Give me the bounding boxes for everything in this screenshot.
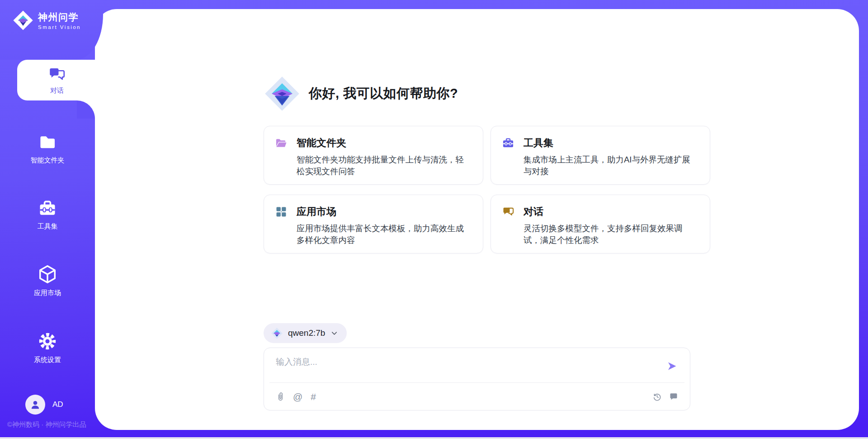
greeting-section: 你好, 我可以如何帮助你? [264,75,690,112]
cube-icon [37,264,58,285]
sidebar-item-label: 对话 [50,86,64,95]
composer-toolbar: @ # [264,383,690,410]
history-icon[interactable] [652,392,662,401]
sidebar-item-toolset[interactable]: 工具集 [0,198,95,231]
tab-fillet [77,100,95,119]
logo-block: 神州问学 Smart Vision [0,0,103,60]
grid-icon [275,205,288,218]
sidebar-item-label: 应用市场 [34,289,61,297]
folder-icon [38,132,57,152]
card-title: 应用市场 [297,205,336,219]
user-profile[interactable]: AD [25,395,63,415]
card-smart-folder[interactable]: 智能文件夹 智能文件夹功能支持批量文件上传与清洗，轻松实现文件问答 [264,126,483,185]
feedback-icon[interactable] [669,392,678,401]
person-icon [29,399,41,410]
mention-icon[interactable]: @ [293,392,302,401]
card-chat[interactable]: 对话 灵活切换多模型文件，支持多样回复效果调试，满足个性化需求 [491,195,710,253]
app-subtitle: Smart Vision [38,24,81,30]
model-diamond-icon [271,327,283,339]
sidebar-item-label: 智能文件夹 [31,156,65,165]
chat-bubbles-icon [502,205,514,218]
bottom-strip [0,437,868,439]
sidebar-item-app-market[interactable]: 应用市场 [0,264,95,297]
sidebar-item-chat[interactable]: 对话 [17,60,97,100]
sidebar-footer: ©神州数码 · 神州问学出品 [7,420,86,429]
briefcase-icon [38,198,57,218]
model-selector[interactable]: qwen2:7b [264,323,347,343]
card-description: 集成市场上主流工具，助力AI与外界无缝扩展与对接 [524,154,698,178]
card-app-market[interactable]: 应用市场 应用市场提供丰富长文本模板，助力高效生成多样化文章内容 [264,195,483,253]
card-toolset[interactable]: 工具集 集成市场上主流工具，助力AI与外界无缝扩展与对接 [491,126,710,185]
model-name: qwen2:7b [288,328,325,338]
app-logo-icon [13,10,33,31]
avatar [25,395,45,415]
user-initials: AD [52,400,63,409]
card-title: 工具集 [524,136,553,150]
attachment-icon[interactable] [276,391,285,401]
model-selector-row: qwen2:7b [264,323,690,343]
card-title: 对话 [524,205,543,219]
sidebar-item-smart-folder[interactable]: 智能文件夹 [0,132,95,165]
gear-icon [37,331,58,352]
chat-icon [47,66,66,84]
diamond-logo-icon [264,75,301,112]
chevron-down-icon [331,330,338,337]
sidebar-item-settings[interactable]: 系统设置 [0,331,95,364]
card-description: 应用市场提供丰富长文本模板，助力高效生成多样化文章内容 [297,223,471,247]
message-composer: @ # [264,348,690,410]
greeting-text: 你好, 我可以如何帮助你? [309,85,458,103]
sidebar-item-label: 系统设置 [34,356,61,364]
folder-open-icon [275,137,288,149]
toolbox-icon [502,137,514,149]
card-description: 灵活切换多模型文件，支持多样回复效果调试，满足个性化需求 [524,223,698,247]
topic-icon[interactable]: # [311,392,316,401]
send-icon[interactable] [666,361,677,373]
card-description: 智能文件夹功能支持批量文件上传与清洗，轻松实现文件问答 [297,154,471,178]
card-title: 智能文件夹 [297,136,346,150]
feature-cards: 智能文件夹 智能文件夹功能支持批量文件上传与清洗，轻松实现文件问答 [264,126,690,253]
message-input[interactable] [264,348,690,382]
main-panel: 你好, 我可以如何帮助你? 智能文件夹 智能文件夹功能支持批量文件上传与清洗，轻… [95,9,859,430]
sidebar-item-label: 工具集 [38,222,58,231]
app-title: 神州问学 [38,11,81,24]
